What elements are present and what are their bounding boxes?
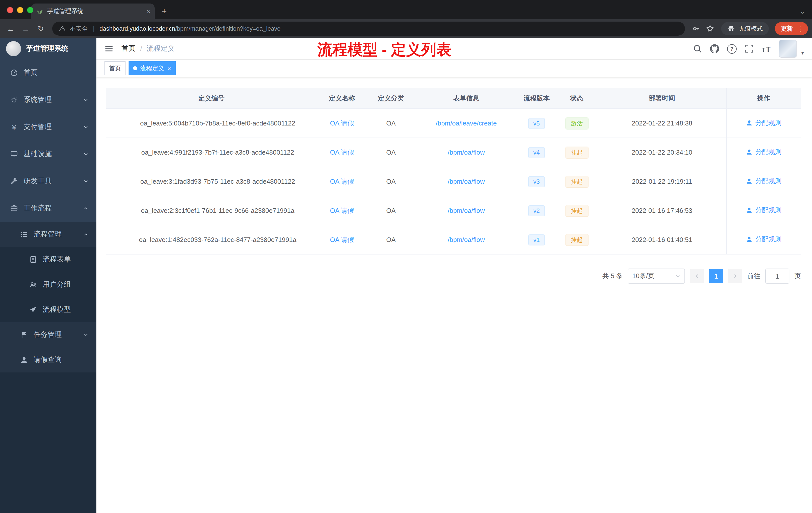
tab-search-icon[interactable]: ⌄ [800,8,805,14]
sidebar-item-label: 请假查询 [34,355,62,364]
chevron-down-icon [83,332,88,337]
sidebar-item-leave-query[interactable]: 请假查询 [0,348,96,372]
page-unit-label: 页 [794,272,801,280]
window-minimize-button[interactable] [17,7,23,13]
form-link[interactable]: /bpm/oa/flow [448,207,485,214]
cell-deploy-time: 2022-01-16 01:40:51 [598,225,726,254]
sidebar-item-label: 流程模型 [43,305,71,314]
sidebar-item-home[interactable]: 首页 [0,59,96,86]
url-host: dashboard.yudao.iocoder.cn [99,25,175,32]
definition-name-link[interactable]: OA 请假 [330,177,354,185]
browser-tab-strip: 芋道管理系统 × + ⌄ [0,0,812,19]
definition-name-link[interactable]: OA 请假 [330,236,354,243]
user-icon [746,178,753,185]
col-form-info: 表单信息 [415,88,518,109]
form-link[interactable]: /bpm/oa/flow [448,149,485,156]
new-tab-button[interactable]: + [162,7,167,16]
url-text[interactable]: dashboard.yudao.iocoder.cn /bpm/manager/… [99,25,281,32]
form-link[interactable]: /bpm/oa/flow [448,236,485,243]
bookmark-star-icon[interactable] [704,22,716,35]
cell-deploy-time: 2022-01-16 17:46:53 [598,196,726,225]
breadcrumb-home[interactable]: 首页 [121,44,136,53]
table-row: oa_leave:5:004b710b-7b8a-11ec-8ef0-acde4… [106,109,801,138]
tag-close-icon[interactable]: × [167,65,171,71]
assign-rule-link[interactable]: 分配规则 [746,206,782,215]
screen: 芋道管理系统 × + ⌄ ← → ↻ 不安全 | dashboard.yudao… [0,0,812,513]
assign-rule-link[interactable]: 分配规则 [746,118,782,127]
browser-tab[interactable]: 芋道管理系统 × [31,3,155,19]
url-path: /bpm/manager/definition?key=oa_leave [175,25,281,32]
avatar[interactable] [779,40,797,58]
sidebar-collapse-icon[interactable] [105,44,114,53]
tag-home[interactable]: 首页 [105,61,125,75]
page-size-select[interactable]: 10条/页 [628,269,685,283]
cell-deploy-time: 2022-01-22 19:19:11 [598,167,726,196]
back-icon[interactable]: ← [4,22,17,35]
sidebar-logo[interactable]: 芋道管理系统 [0,38,96,59]
sidebar-item-infrastructure[interactable]: 基础设施 [0,141,96,168]
font-size-icon[interactable]: тT [762,44,771,53]
assign-rule-link[interactable]: 分配规则 [746,235,782,244]
col-status: 状态 [555,88,598,109]
sidebar-item-system-management[interactable]: 系统管理 [0,86,96,114]
assign-rule-link[interactable]: 分配规则 [746,148,782,157]
sidebar-item-dev-tools[interactable]: 研发工具 [0,168,96,195]
sidebar-item-label: 用户分组 [43,280,71,289]
window-close-button[interactable] [7,7,13,13]
cell-version: v3 [518,167,555,196]
search-icon[interactable] [693,44,702,53]
current-page-button[interactable]: 1 [709,269,723,283]
main-area: 首页 / 流程定义 流程模型 - 定义列表 ? тT ▾ 首页 [96,38,812,513]
address-bar[interactable]: 不安全 | dashboard.yudao.iocoder.cn /bpm/ma… [52,22,685,36]
sidebar: 芋道管理系统 首页 系统管理 ¥ 支付管理 基础设施 [0,38,96,513]
cell-form-info: /bpm/oa/flow [415,225,518,254]
assign-rule-link[interactable]: 分配规则 [746,177,782,186]
reload-icon[interactable]: ↻ [34,22,47,35]
user-icon [20,356,28,364]
cell-status: 挂起 [555,196,598,225]
tab-close-icon[interactable]: × [147,8,151,15]
sidebar-item-process-model[interactable]: 流程模型 [0,297,96,322]
table-row: oa_leave:4:991f2193-7b7f-11ec-a3c8-acde4… [106,138,801,167]
cell-definition-id: oa_leave:2:3c1f0ef1-76b1-11ec-9c66-a2380… [106,196,317,225]
page-jump-input[interactable] [765,269,789,283]
breadcrumb-separator: / [140,45,142,53]
browser-toolbar: ← → ↻ 不安全 | dashboard.yudao.iocoder.cn /… [0,19,812,38]
password-key-icon[interactable] [690,22,702,35]
forward-icon[interactable]: → [19,22,32,35]
caret-down-icon[interactable]: ▾ [801,50,804,58]
cell-actions: 分配规则 [726,167,801,196]
sidebar-item-process-management[interactable]: 流程管理 [0,222,96,247]
cell-status: 挂起 [555,225,598,254]
form-link[interactable]: /bpm/oa/flow [448,178,485,185]
tag-process-definition[interactable]: 流程定义 × [128,61,175,75]
window-zoom-button[interactable] [27,7,33,13]
help-icon[interactable]: ? [727,44,737,54]
fullscreen-icon[interactable] [745,44,754,53]
sidebar-item-task-management[interactable]: 任务管理 [0,322,96,348]
cell-actions: 分配规则 [726,225,801,254]
github-icon[interactable] [710,44,719,53]
cell-form-info: /bpm/oa/leave/create [415,109,518,138]
next-page-button[interactable] [728,269,742,283]
sidebar-item-process-form[interactable]: 流程表单 [0,247,96,272]
definition-name-link[interactable]: OA 请假 [330,148,354,156]
pagination-total: 共 5 条 [602,272,623,280]
sidebar-item-user-group[interactable]: 用户分组 [0,272,96,297]
sidebar-item-workflow[interactable]: 工作流程 [0,195,96,222]
more-menu-icon[interactable]: ⋮ [797,25,804,32]
definition-name-link[interactable]: OA 请假 [330,119,354,127]
version-badge: v5 [528,118,545,129]
form-link[interactable]: /bpm/oa/leave/create [436,119,497,127]
table-row: oa_leave:2:3c1f0ef1-76b1-11ec-9c66-a2380… [106,196,801,225]
definition-name-link[interactable]: OA 请假 [330,207,354,214]
sidebar-item-payment-management[interactable]: ¥ 支付管理 [0,114,96,141]
sidebar-item-label: 流程管理 [34,230,62,239]
security-label[interactable]: 不安全 [70,24,88,33]
table-row: oa_leave:1:482ec033-762a-11ec-8477-a2380… [106,225,801,254]
active-dot [133,66,137,70]
prev-page-button[interactable] [690,269,704,283]
wrench-icon [10,177,18,185]
update-button[interactable]: 更新 ⋮ [775,22,808,35]
col-deploy-time: 部署时间 [598,88,726,109]
